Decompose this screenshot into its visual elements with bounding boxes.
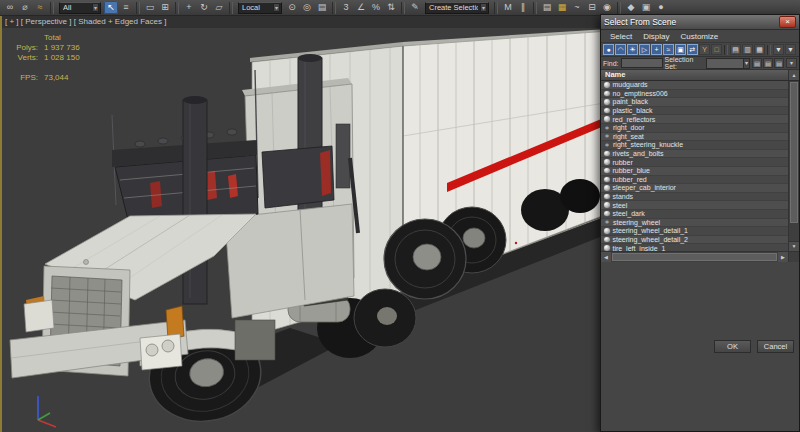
align-button[interactable]: ∥: [516, 1, 530, 14]
scene-object-row[interactable]: ∗right_door: [601, 124, 788, 133]
selection-set-combo[interactable]: ▾: [706, 58, 750, 69]
select-object-button[interactable]: ↖: [104, 1, 118, 14]
scroll-left-icon[interactable]: ◀: [601, 252, 611, 262]
cancel-button[interactable]: Cancel: [757, 340, 794, 353]
filter-combinations-button[interactable]: ▼: [785, 44, 796, 55]
viewport-canvas[interactable]: [0, 28, 600, 432]
edit-named-selection-sets-button[interactable]: ✎: [408, 1, 422, 14]
dialog-button-row: OK Cancel: [601, 262, 799, 432]
use-pivot-point-center-button[interactable]: ⊙: [285, 1, 299, 14]
menu-display[interactable]: Display: [643, 32, 669, 41]
display-shapes-toggle[interactable]: ◠: [615, 44, 626, 55]
display-xrefs-toggle[interactable]: ⇄: [687, 44, 698, 55]
scroll-down-icon[interactable]: ▼: [789, 241, 799, 251]
keyboard-shortcut-override-toggle[interactable]: ▤: [315, 1, 329, 14]
window-crossing-toggle[interactable]: ⊞: [158, 1, 172, 14]
scene-object-row[interactable]: rubber: [601, 158, 788, 167]
filter-selection-button[interactable]: ▼: [773, 44, 784, 55]
unlink-selection-button[interactable]: ⌀: [18, 1, 32, 14]
display-lights-toggle[interactable]: ☀: [627, 44, 638, 55]
dialog-titlebar[interactable]: Select From Scene ×: [601, 15, 799, 30]
scene-object-row[interactable]: plastic_black: [601, 107, 788, 116]
selection-filter-dropdown[interactable]: All▾: [59, 2, 101, 14]
display-containers-toggle[interactable]: □: [711, 44, 722, 55]
display-cameras-toggle[interactable]: ▷: [639, 44, 650, 55]
display-geometry-toggle[interactable]: ●: [603, 44, 614, 55]
select-and-link-button[interactable]: ∞: [3, 1, 17, 14]
scene-object-row[interactable]: ∗steering_wheel: [601, 219, 788, 228]
scene-object-row[interactable]: no_emptiness006: [601, 90, 788, 99]
ok-button[interactable]: OK: [714, 340, 751, 353]
create-selection-set-button[interactable]: ▤: [752, 58, 762, 68]
layer-manager-button[interactable]: ▤: [540, 1, 554, 14]
select-and-rotate-button[interactable]: ↻: [197, 1, 211, 14]
scene-object-row[interactable]: sleeper_cab_interior: [601, 184, 788, 193]
schematic-view-button[interactable]: ⊟: [585, 1, 599, 14]
scene-object-row[interactable]: red_reflectors: [601, 115, 788, 124]
add-to-selection-set-button[interactable]: ▤: [763, 58, 773, 68]
select-and-scale-button[interactable]: ▱: [212, 1, 226, 14]
find-options-dropdown[interactable]: ▾: [786, 58, 797, 68]
scene-object-row[interactable]: ∗right_seat: [601, 133, 788, 142]
select-by-name-button[interactable]: ≡: [119, 1, 133, 14]
display-space-warps-toggle[interactable]: ≈: [663, 44, 674, 55]
spinner-snap-toggle[interactable]: ⇅: [384, 1, 398, 14]
named-selection-sets-dropdown[interactable]: Create Selection Se▾: [425, 2, 489, 14]
scene-object-row[interactable]: steel: [601, 201, 788, 210]
mirror-button[interactable]: M: [501, 1, 515, 14]
scene-object-row[interactable]: steering_wheel_detail_1: [601, 227, 788, 236]
display-frozen-toggle[interactable]: ▦: [754, 44, 765, 55]
chevron-down-icon[interactable]: ▾: [743, 59, 749, 68]
chevron-down-icon[interactable]: ▾: [92, 3, 99, 12]
graphite-ribbon-toggle[interactable]: ▦: [555, 1, 569, 14]
scene-object-row[interactable]: rubber_red: [601, 176, 788, 185]
bind-to-space-warp-button[interactable]: ≈: [33, 1, 47, 14]
scene-object-row[interactable]: steering_wheel_detail_2: [601, 236, 788, 245]
reference-coordinate-system-dropdown[interactable]: Local▾: [238, 2, 282, 14]
scene-object-row[interactable]: mudguards: [601, 81, 788, 90]
chevron-down-icon[interactable]: ▾: [273, 3, 280, 12]
scene-object-row[interactable]: ∗right_steering_knuckle: [601, 141, 788, 150]
display-bones-toggle[interactable]: Y: [699, 44, 710, 55]
snaps-toggle[interactable]: 3: [339, 1, 353, 14]
display-helpers-toggle[interactable]: +: [651, 44, 662, 55]
scene-object-name: right_seat: [613, 133, 644, 140]
curve-editor-button[interactable]: ~: [570, 1, 584, 14]
find-input[interactable]: [621, 58, 663, 68]
scene-object-row[interactable]: stands: [601, 193, 788, 202]
display-children-toggle[interactable]: ▤: [730, 44, 741, 55]
scene-object-name: no_emptiness006: [613, 90, 668, 97]
vertical-scrollbar-thumb[interactable]: [790, 82, 798, 223]
horizontal-scrollbar[interactable]: ◀ ▶: [601, 251, 799, 262]
angle-snap-toggle[interactable]: ∠: [354, 1, 368, 14]
node-icon: ∗: [604, 125, 610, 131]
display-influences-toggle[interactable]: ▥: [742, 44, 753, 55]
render-production-button[interactable]: ●: [654, 1, 668, 14]
render-setup-button[interactable]: ◆: [624, 1, 638, 14]
scene-object-name: steel_dark: [613, 210, 645, 217]
name-column-header[interactable]: Name: [601, 70, 788, 80]
close-icon[interactable]: ×: [779, 16, 796, 28]
menu-select[interactable]: Select: [610, 32, 632, 41]
chevron-down-icon[interactable]: ▾: [480, 3, 487, 12]
vertical-scrollbar[interactable]: ▼: [788, 81, 799, 251]
menu-customize[interactable]: Customize: [680, 32, 718, 41]
toolbar-separator: [494, 2, 498, 14]
scene-object-row[interactable]: paint_black: [601, 98, 788, 107]
verts-value: 1 028 150: [44, 53, 80, 63]
scene-object-row[interactable]: rubber_blue: [601, 167, 788, 176]
scroll-up-icon[interactable]: ▲: [788, 70, 799, 80]
scene-object-row[interactable]: rivets_and_bolts: [601, 150, 788, 159]
scroll-right-icon[interactable]: ▶: [778, 252, 788, 262]
material-editor-button[interactable]: ◉: [600, 1, 614, 14]
subtract-from-selection-set-button[interactable]: ▤: [774, 58, 784, 68]
scene-object-row[interactable]: steel_dark: [601, 210, 788, 219]
rendered-frame-window-button[interactable]: ▣: [639, 1, 653, 14]
percent-snap-toggle[interactable]: %: [369, 1, 383, 14]
sphere-icon: [604, 151, 610, 157]
select-and-manipulate-button[interactable]: ◎: [300, 1, 314, 14]
display-groups-toggle[interactable]: ▣: [675, 44, 686, 55]
horizontal-scrollbar-thumb[interactable]: [612, 253, 777, 261]
select-and-move-button[interactable]: +: [182, 1, 196, 14]
rectangular-selection-region-button[interactable]: ▭: [143, 1, 157, 14]
